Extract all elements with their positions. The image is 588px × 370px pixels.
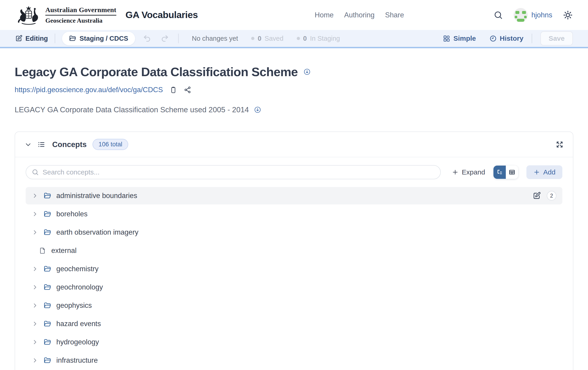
chevron-right-icon[interactable] — [32, 284, 39, 291]
app-header: Australian Government Geoscience Austral… — [0, 0, 588, 30]
edit-pencil-icon — [15, 35, 22, 42]
history-button[interactable]: History — [489, 35, 524, 42]
concept-tree-row[interactable]: geochronology — [26, 279, 562, 296]
search-icon[interactable] — [494, 10, 503, 20]
search-concepts-input[interactable] — [26, 165, 441, 179]
folder-icon — [43, 338, 51, 346]
chevron-right-icon[interactable] — [32, 320, 39, 327]
nav-home[interactable]: Home — [315, 11, 334, 19]
chevron-right-icon[interactable] — [32, 192, 39, 199]
concept-label: external — [51, 247, 76, 255]
divider — [178, 34, 178, 43]
editing-label: Editing — [25, 35, 48, 42]
status-text: No changes yet — [192, 35, 238, 42]
page-title: Legacy GA Corporate Data Classification … — [15, 65, 298, 79]
folder-icon — [43, 229, 51, 236]
concept-label: hazard events — [56, 320, 101, 328]
chevron-right-icon[interactable] — [32, 339, 39, 346]
plus-icon — [533, 169, 540, 176]
concept-tree-row[interactable]: infrastructure — [26, 352, 562, 369]
folder-icon — [43, 210, 51, 218]
staging-counter: 0 In Staging — [297, 35, 340, 42]
concepts-count-badge: 106 total — [93, 139, 128, 150]
description-download-icon[interactable] — [254, 106, 261, 113]
folder-icon — [43, 320, 51, 328]
saved-counter: 0 Saved — [251, 35, 283, 42]
concepts-panel: Concepts 106 total — [15, 131, 573, 370]
plus-icon — [452, 169, 459, 176]
concept-tree-row[interactable]: external — [26, 242, 562, 259]
staging-dot — [297, 37, 300, 40]
vocab-url-link[interactable]: https://pid.geoscience.gov.au/def/voc/ga… — [15, 86, 163, 94]
brand[interactable]: Australian Government Geoscience Austral… — [15, 5, 198, 25]
file-icon — [39, 247, 46, 254]
expand-button[interactable]: Expand — [452, 168, 485, 176]
concept-tree-row[interactable]: geophysics — [26, 297, 562, 314]
staging-count: 0 — [303, 35, 307, 42]
user-menu[interactable]: hjohns — [514, 8, 552, 22]
simple-view-button[interactable]: Simple — [443, 35, 476, 42]
concept-tree-row[interactable]: boreholes — [26, 205, 562, 223]
share-icon[interactable] — [184, 86, 191, 93]
collapse-chevron-down-icon[interactable] — [24, 141, 32, 148]
add-label: Add — [543, 168, 556, 176]
gov-line2: Geoscience Australia — [45, 17, 116, 24]
saved-dot — [251, 37, 254, 40]
theme-toggle-sun-icon[interactable] — [563, 10, 573, 20]
concept-tree-row[interactable]: administrative boundaries 2 — [26, 187, 562, 204]
tree-view-toggle[interactable] — [494, 166, 506, 179]
chevron-right-icon[interactable] — [32, 357, 39, 364]
child-count-badge: 2 — [547, 191, 556, 200]
page-title-row: Legacy GA Corporate Data Classification … — [15, 65, 573, 79]
concept-label: geophysics — [56, 301, 92, 310]
redo-icon[interactable] — [161, 34, 169, 42]
history-label: History — [500, 35, 524, 42]
main-content: Legacy GA Corporate Data Classification … — [0, 65, 588, 370]
change-status: No changes yet 0 Saved 0 In Staging — [192, 35, 340, 42]
concept-label: infrastructure — [56, 356, 98, 364]
saved-label: Saved — [265, 35, 284, 42]
concept-tree-row[interactable]: hydrogeology — [26, 333, 562, 351]
folder-icon — [43, 192, 51, 200]
table-view-toggle[interactable] — [506, 166, 518, 179]
maximize-icon[interactable] — [556, 140, 564, 149]
concept-label: earth observation imagery — [56, 228, 138, 236]
concept-tree-row[interactable]: geochemistry — [26, 260, 562, 278]
nav-share[interactable]: Share — [385, 11, 404, 19]
editing-mode-button[interactable]: Editing — [15, 35, 48, 42]
concept-label: geochemistry — [56, 265, 98, 273]
header-right: hjohns — [494, 8, 573, 22]
chevron-right-icon[interactable] — [32, 266, 39, 272]
folder-icon — [69, 35, 76, 42]
copy-icon[interactable] — [170, 86, 177, 93]
table-view-icon — [509, 169, 515, 176]
undo-redo-group — [143, 34, 169, 42]
save-button[interactable]: Save — [540, 31, 573, 46]
undo-icon[interactable] — [143, 34, 151, 42]
list-icon — [38, 141, 45, 148]
tree-view-icon — [496, 169, 503, 176]
concept-rows: administrative boundaries 2 boreholes — [26, 187, 562, 369]
search-input-icon — [32, 169, 39, 176]
title-download-icon[interactable] — [303, 68, 311, 75]
simple-label: Simple — [453, 35, 476, 42]
chevron-right-icon[interactable] — [32, 229, 39, 236]
edit-concept-icon[interactable] — [533, 192, 541, 200]
divider — [55, 34, 55, 43]
editing-toolbar: Editing Staging / CDCS No chan — [0, 30, 588, 48]
concept-tree-row[interactable]: earth observation imagery — [26, 224, 562, 241]
folder-icon — [43, 265, 51, 273]
staging-branch-pill[interactable]: Staging / CDCS — [62, 32, 135, 45]
add-concept-button[interactable]: Add — [526, 165, 562, 179]
search-wrap — [26, 165, 441, 179]
gov-line1: Australian Government — [45, 6, 116, 14]
chevron-right-icon[interactable] — [32, 302, 39, 309]
description-row: LEGACY GA Corporate Data Classification … — [15, 105, 573, 114]
chevron-right-icon[interactable] — [32, 211, 39, 218]
app-title: GA Vocabularies — [126, 10, 198, 20]
concept-tree-row[interactable]: hazard events — [26, 315, 562, 332]
nav-authoring[interactable]: Authoring — [344, 11, 375, 19]
coat-of-arms-logo — [15, 5, 42, 25]
url-row: https://pid.geoscience.gov.au/def/voc/ga… — [15, 86, 573, 94]
folder-icon — [43, 302, 51, 310]
